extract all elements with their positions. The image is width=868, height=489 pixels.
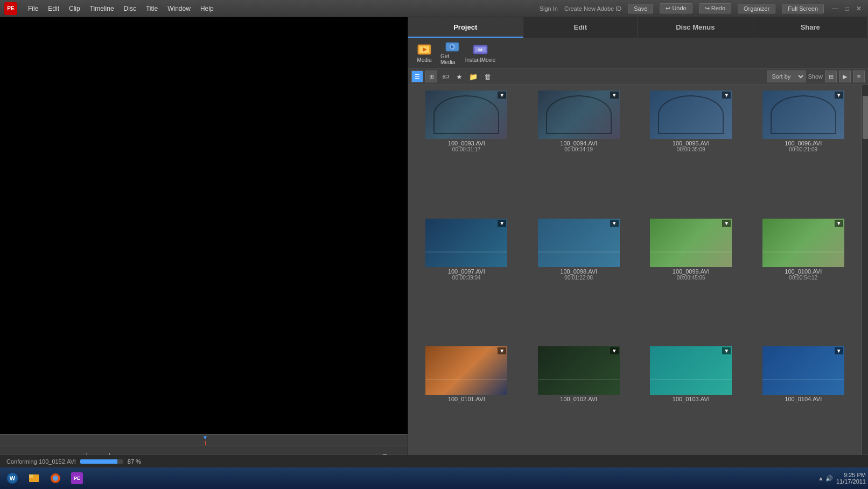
thumb-menu-icon[interactable]: ▼ — [498, 220, 506, 227]
tab-disc-menus[interactable]: Disc Menus — [638, 17, 753, 38]
media-item-duration: 00:00:54:12 — [789, 275, 817, 281]
media-item-name: 100_0097.AVI — [448, 268, 485, 275]
playhead-line — [205, 441, 206, 445]
media-subtool[interactable]: Media — [412, 41, 436, 65]
right-panel: Project Edit Disc Menus Share Media — [408, 17, 868, 467]
thumb-menu-icon[interactable]: ▼ — [498, 92, 506, 99]
get-media-subtool[interactable]: Get Media — [440, 41, 464, 65]
status-bar: Conforming 100_0152.AVI 87 % — [0, 455, 868, 467]
media-item-8[interactable]: ▼100_0101.AVI — [411, 344, 522, 464]
media-item-duration: 00:00:39:04 — [452, 275, 481, 281]
show-all-btn[interactable]: ⊞ — [825, 71, 837, 82]
explorer-button[interactable] — [24, 469, 44, 488]
media-item-6[interactable]: ▼100_0099.AVI00:00:45:06 — [636, 216, 746, 343]
thumb-menu-icon[interactable]: ▼ — [835, 347, 843, 354]
conform-fill — [80, 459, 118, 464]
redo-button[interactable]: ↪ Redo — [699, 3, 731, 13]
show-video-btn[interactable]: ▶ — [839, 71, 851, 82]
thumb-menu-icon[interactable]: ▼ — [610, 92, 619, 99]
create-id-link[interactable]: Create New Adobe ID — [564, 5, 621, 12]
thumb-menu-icon[interactable]: ▼ — [610, 220, 619, 227]
maximize-button[interactable]: □ — [842, 4, 852, 13]
media-item-9[interactable]: ▼100_0102.AVI — [524, 344, 634, 464]
media-item-1[interactable]: ▼100_0094.AVI00:00:34:19 — [524, 88, 634, 214]
media-area: ▼100_0093.AVI00:00:31:17▼100_0094.AVI00:… — [408, 85, 868, 467]
playhead[interactable] — [202, 435, 208, 445]
tab-share[interactable]: Share — [753, 17, 869, 38]
date-display: 11/17/2011 — [836, 478, 866, 485]
close-button[interactable]: ✕ — [854, 4, 864, 13]
media-item-3[interactable]: ▼100_0096.AVI00:00:21:09 — [748, 88, 859, 214]
win-controls: — □ ✕ — [830, 4, 864, 13]
conform-text: Conforming 100_0152.AVI — [6, 458, 76, 465]
undo-button[interactable]: ↩ Undo — [660, 3, 692, 13]
tag-icon[interactable]: 🏷 — [439, 71, 451, 82]
menu-disc[interactable]: Disc — [120, 3, 141, 15]
thumb-menu-icon[interactable]: ▼ — [610, 347, 619, 354]
media-item-5[interactable]: ▼100_0098.AVI00:01:22:08 — [524, 216, 634, 343]
media-item-duration: 00:01:22:08 — [564, 275, 593, 281]
thumb-menu-icon[interactable]: ▼ — [498, 347, 506, 354]
menu-help[interactable]: Help — [196, 3, 218, 15]
media-item-4[interactable]: ▼100_0097.AVI00:00:39:04 — [411, 216, 522, 343]
menu-title[interactable]: Title — [142, 3, 162, 15]
media-item-name: 100_0094.AVI — [560, 140, 597, 146]
media-item-7[interactable]: ▼100_0100.AVI00:00:54:12 — [748, 216, 859, 343]
media-item-name: 100_0095.AVI — [673, 140, 710, 146]
time-display: 9:25 PM — [836, 472, 866, 478]
media-item-name: 100_0099.AVI — [673, 268, 710, 275]
menu-edit[interactable]: Edit — [44, 3, 64, 15]
organizer-button[interactable]: Organizer — [738, 4, 775, 13]
media-item-duration: 00:00:35:09 — [677, 146, 705, 152]
media-item-name: 100_0096.AVI — [785, 140, 822, 146]
preview-area — [0, 17, 408, 434]
delete-icon[interactable]: 🗑 — [481, 71, 493, 82]
svg-text:IM: IM — [478, 48, 482, 52]
start-button[interactable]: W — [2, 469, 23, 488]
menu-bar: File Edit Clip Timeline Disc Title Windo… — [24, 3, 533, 15]
media-item-name: 100_0093.AVI — [448, 140, 485, 146]
thumb-menu-icon[interactable]: ▼ — [835, 220, 843, 227]
instant-movie-subtool[interactable]: IM InstantMovie — [468, 41, 492, 65]
menu-window[interactable]: Window — [163, 3, 195, 15]
save-button[interactable]: Save — [628, 4, 653, 13]
svg-rect-12 — [29, 474, 33, 478]
fullscreen-button[interactable]: Full Screen — [782, 4, 824, 13]
tab-bar: Project Edit Disc Menus Share — [408, 17, 868, 38]
thumb-menu-icon[interactable]: ▼ — [835, 92, 843, 99]
star-icon[interactable]: ★ — [453, 71, 465, 82]
media-item-11[interactable]: ▼100_0104.AVI — [748, 344, 859, 464]
get-media-icon — [445, 40, 460, 52]
menu-timeline[interactable]: Timeline — [86, 3, 118, 15]
show-label: Show — [808, 73, 823, 80]
media-item-2[interactable]: ▼100_0095.AVI00:00:35:09 — [636, 88, 746, 214]
thumb-menu-icon[interactable]: ▼ — [722, 220, 731, 227]
media-item-duration: 00:00:31:17 — [452, 146, 481, 152]
sign-in-link[interactable]: Sign In — [540, 5, 558, 12]
media-item-0[interactable]: ▼100_0093.AVI00:00:31:17 — [411, 88, 522, 214]
svg-text:W: W — [10, 475, 16, 481]
sort-dropdown[interactable]: Sort by Name Date Duration — [767, 71, 806, 82]
media-item-duration: 00:00:45:06 — [677, 275, 705, 281]
menu-clip[interactable]: Clip — [65, 3, 85, 15]
scrollbar-thumb[interactable] — [863, 96, 868, 139]
show-more-btn[interactable]: ≡ — [853, 71, 865, 82]
thumb-menu-icon[interactable]: ▼ — [722, 92, 731, 99]
tab-edit[interactable]: Edit — [523, 17, 639, 38]
firefox-button[interactable] — [45, 469, 66, 488]
folder-icon[interactable]: 📁 — [467, 71, 479, 82]
sys-tray-icons: ▲ 🔊 — [818, 475, 833, 482]
titlebar: PE File Edit Clip Timeline Disc Title Wi… — [0, 0, 868, 17]
main-layout: 00:00:21:08 ⏮ ◀◀ ◀| ▶ |▶ ▶▶ ⏭ ✂ T ⊞ Proj… — [0, 17, 868, 467]
list-view-btn[interactable]: ☰ — [411, 71, 423, 82]
scrollbar[interactable] — [862, 85, 868, 467]
grid-view-btn[interactable]: ⊞ — [425, 71, 437, 82]
premiere-taskbar-btn[interactable]: PE — [67, 469, 87, 488]
media-item-10[interactable]: ▼100_0103.AVI — [636, 344, 746, 464]
tab-project[interactable]: Project — [408, 17, 523, 38]
thumb-menu-icon[interactable]: ▼ — [722, 347, 731, 354]
menu-file[interactable]: File — [24, 3, 43, 15]
minimize-button[interactable]: — — [830, 4, 840, 13]
media-label: Media — [417, 57, 431, 63]
instant-movie-label: InstantMovie — [465, 57, 496, 63]
